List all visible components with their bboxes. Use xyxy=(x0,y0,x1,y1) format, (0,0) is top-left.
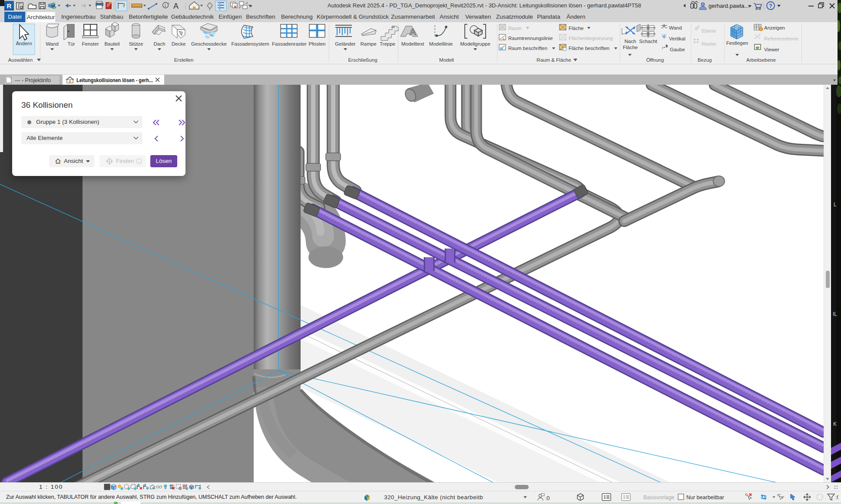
svg-text:Nach: Nach xyxy=(625,39,636,44)
svg-text:Stütze: Stütze xyxy=(129,41,143,46)
svg-text:Öffnung: Öffnung xyxy=(646,57,664,63)
svg-text:Leitungskollisionen lösen - ge: Leitungskollisionen lösen - gerh... xyxy=(76,77,153,83)
svg-text:1 : 100: 1 : 100 xyxy=(39,484,63,490)
svg-text:Autodesk Revit 2025.4 - PD_TGA: Autodesk Revit 2025.4 - PD_TGA_Demoproje… xyxy=(328,2,641,9)
svg-text:o: o xyxy=(168,2,169,5)
svg-text:Schacht: Schacht xyxy=(639,39,657,44)
svg-text:Ändern: Ändern xyxy=(16,41,32,46)
svg-text:Modellgruppe: Modellgruppe xyxy=(460,41,490,46)
svg-text:Modelllinie: Modelllinie xyxy=(429,41,453,46)
svg-text:gerhard.pawla...: gerhard.pawla... xyxy=(709,3,749,9)
svg-text:Erschließung: Erschließung xyxy=(348,57,377,63)
svg-text:Festlegen: Festlegen xyxy=(726,40,748,46)
svg-text:Anzeigen: Anzeigen xyxy=(764,25,785,30)
svg-text:Fläche: Fläche xyxy=(569,26,584,31)
svg-text:Fassadenraster: Fassadenraster xyxy=(272,41,307,46)
svg-text::0: :0 xyxy=(835,494,838,501)
svg-text:1: 1 xyxy=(164,3,166,8)
svg-text:Modell: Modell xyxy=(439,57,454,63)
svg-text:--- - Projektinfo: --- - Projektinfo xyxy=(15,77,51,83)
svg-text:Fläche: Fläche xyxy=(623,45,638,50)
svg-text:?: ? xyxy=(769,3,772,9)
svg-text:Auswählen: Auswählen xyxy=(8,57,33,63)
svg-text:Wand: Wand xyxy=(46,41,59,46)
svg-text:Modelltext: Modelltext xyxy=(401,41,424,46)
svg-text:Geländer: Geländer xyxy=(335,41,355,46)
svg-text:Tür: Tür xyxy=(67,41,75,46)
svg-text::0: :0 xyxy=(545,495,550,501)
svg-text:320_Heizung_Kälte (nicht bearb: 320_Heizung_Kälte (nicht bearbeitb xyxy=(384,494,483,501)
svg-text:Flächenbegrenzung: Flächenbegrenzung xyxy=(569,36,613,41)
svg-text:A: A xyxy=(409,27,416,37)
svg-text:Decke: Decke xyxy=(172,41,186,46)
svg-text:Erstellen: Erstellen xyxy=(174,57,194,63)
svg-text:Dach: Dach xyxy=(154,41,166,46)
svg-text:Raster: Raster xyxy=(702,41,716,46)
svg-text:Nur bearbeitbar: Nur bearbeitbar xyxy=(686,494,724,501)
svg-text:Wand: Wand xyxy=(669,25,682,30)
svg-text:IL: IL xyxy=(833,311,837,317)
svg-text:Geschossdecke: Geschossdecke xyxy=(191,41,227,46)
svg-text:R: R xyxy=(7,2,12,10)
svg-text:Raumtrennungslinie: Raumtrennungslinie xyxy=(508,36,553,41)
svg-text:Fläche beschriften: Fläche beschriften xyxy=(569,46,609,51)
svg-text:i: i xyxy=(139,159,139,164)
svg-text:Arbeitsebene: Arbeitsebene xyxy=(746,57,776,63)
svg-text:L: L xyxy=(834,202,837,208)
svg-text:Viewer: Viewer xyxy=(764,47,779,52)
svg-text:Basisvorlage: Basisvorlage xyxy=(643,494,675,501)
svg-text:Bezug: Bezug xyxy=(698,57,712,63)
svg-text:Fenster: Fenster xyxy=(82,41,99,46)
svg-text:Bauteil: Bauteil xyxy=(104,41,119,46)
svg-text:Referenzebene: Referenzebene xyxy=(764,36,798,41)
svg-text:Raum beschriften: Raum beschriften xyxy=(508,46,547,51)
svg-text:A: A xyxy=(173,2,179,10)
svg-text:Ebene: Ebene xyxy=(702,28,716,33)
svg-text:Treppe: Treppe xyxy=(380,41,395,46)
svg-text:K: K xyxy=(833,421,837,427)
svg-text:Raum: Raum xyxy=(508,26,522,31)
svg-text:Rampe: Rampe xyxy=(360,41,376,46)
svg-text:Vertikal: Vertikal xyxy=(669,36,685,41)
svg-text:Fassadensystem: Fassadensystem xyxy=(232,41,269,46)
svg-text:Pfosten: Pfosten xyxy=(309,41,326,46)
svg-text:Gaube: Gaube xyxy=(670,47,685,52)
svg-text:Raum & Fläche: Raum & Fläche xyxy=(536,57,571,63)
